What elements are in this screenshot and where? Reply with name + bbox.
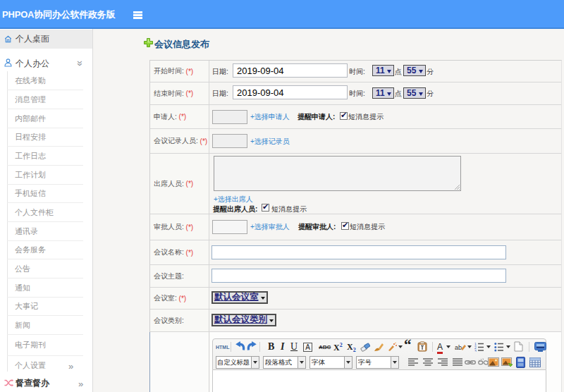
svg-text:ab: ab (455, 344, 462, 351)
svg-text:3: 3 (474, 349, 477, 353)
